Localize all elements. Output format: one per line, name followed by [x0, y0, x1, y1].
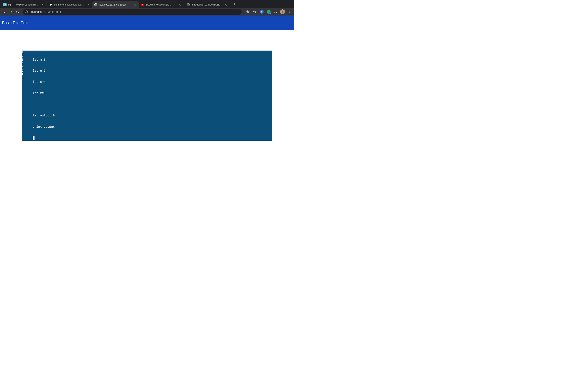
svg-point-16 — [289, 12, 290, 12]
bookmark-star-icon[interactable] — [252, 9, 258, 15]
youtube-favicon — [141, 3, 144, 6]
reload-button[interactable] — [15, 9, 20, 15]
github-favicon — [49, 3, 52, 6]
globe-grey-favicon — [187, 3, 190, 6]
code-line: let a=8 — [33, 80, 272, 84]
tab-separator — [230, 2, 230, 6]
line-number: 8 — [22, 77, 33, 80]
profile-avatar[interactable]: 👤 — [280, 9, 285, 15]
toolbar-right: V 1 👤 — [244, 9, 292, 15]
svg-point-17 — [289, 12, 290, 13]
tab-separator — [184, 2, 184, 6]
page-header: Basic Text Editor — [0, 16, 294, 30]
browser-chrome: Go sql - The Go Programming Lan benmoreh… — [0, 0, 294, 16]
line-number: 7 — [22, 73, 33, 77]
url-text: localhost:2272/textEditor — [30, 10, 61, 13]
line-number: 1 — [22, 50, 33, 54]
line-number: 6 — [22, 69, 33, 73]
page-content: Basic Text Editor 1 2 3 4 5 6 7 8 let m=… — [0, 16, 294, 184]
go-favicon: Go — [3, 3, 7, 6]
browser-toolbar: localhost:2272/textEditor V 1 👤 — [0, 8, 294, 16]
tab-youtube[interactable]: Swedish House Mafia - Do — [139, 1, 183, 8]
code-line: let m=0 — [33, 58, 272, 62]
tab-go-sql[interactable]: Go sql - The Go Programming Lan — [1, 1, 46, 8]
tab-localhost-active[interactable]: localhost:2272/textEditor — [92, 1, 139, 8]
avatar: 👤 — [280, 9, 285, 14]
tab-title: Introduction to True BASIC — [191, 3, 223, 6]
extension-green-icon[interactable]: 1 — [266, 9, 272, 15]
code-line: let x=3 — [33, 92, 272, 95]
media-control-icon[interactable] — [273, 9, 278, 15]
tab-github[interactable]: benmorehouse/basicInterprete — [47, 1, 92, 8]
menu-kebab-icon[interactable] — [287, 9, 292, 15]
back-button[interactable] — [2, 9, 7, 15]
tab-title: Swedish House Mafia - Do — [146, 3, 173, 6]
line-number: 4 — [22, 62, 33, 66]
tab-title: benmorehouse/basicInterprete — [54, 3, 85, 6]
tab-strip: Go sql - The Go Programming Lan benmoreh… — [0, 0, 294, 8]
line-number: 2 — [22, 54, 33, 58]
svg-point-15 — [289, 11, 290, 11]
url-path: /textEditor — [48, 10, 61, 13]
close-icon[interactable] — [178, 3, 182, 6]
svg-line-12 — [248, 12, 249, 13]
close-icon[interactable] — [87, 3, 90, 6]
extension-vimium-icon[interactable]: V — [259, 9, 265, 15]
close-icon[interactable] — [41, 3, 44, 6]
extension-badge: 1 — [269, 12, 271, 14]
editor-container: 1 2 3 4 5 6 7 8 let m=0 let u=9 let a=8 … — [0, 30, 294, 141]
line-number: 3 — [22, 58, 33, 62]
line-number-gutter: 1 2 3 4 5 6 7 8 — [22, 50, 33, 141]
info-icon[interactable] — [25, 10, 28, 13]
code-area[interactable]: let m=0 let u=9 let a=8 let x=3 let outp… — [33, 50, 272, 141]
globe-favicon — [94, 3, 97, 6]
tab-true-basic[interactable]: Introduction to True BASIC — [185, 1, 229, 8]
page-title: Basic Text Editor — [2, 21, 31, 25]
code-line: print output — [33, 125, 272, 129]
close-icon[interactable] — [133, 3, 137, 6]
url-host: localhost — [30, 10, 41, 13]
close-icon[interactable] — [224, 3, 227, 6]
text-cursor — [33, 136, 35, 140]
address-bar[interactable]: localhost:2272/textEditor — [22, 9, 242, 15]
tab-title: localhost:2272/textEditor — [99, 3, 132, 6]
new-tab-button[interactable] — [232, 1, 237, 7]
tab-title: sql - The Go Programming Lan — [8, 3, 39, 6]
audio-icon[interactable] — [174, 3, 177, 6]
code-line — [33, 103, 272, 106]
url-port: :2272 — [41, 10, 48, 13]
code-line — [33, 136, 272, 140]
code-line: let output=8 — [33, 114, 272, 118]
text-editor[interactable]: 1 2 3 4 5 6 7 8 let m=0 let u=9 let a=8 … — [22, 50, 272, 141]
svg-point-10 — [26, 11, 26, 11]
zoom-icon[interactable] — [245, 9, 251, 15]
forward-button[interactable] — [8, 9, 14, 15]
code-line: let u=9 — [33, 69, 272, 73]
line-number: 5 — [22, 66, 33, 69]
